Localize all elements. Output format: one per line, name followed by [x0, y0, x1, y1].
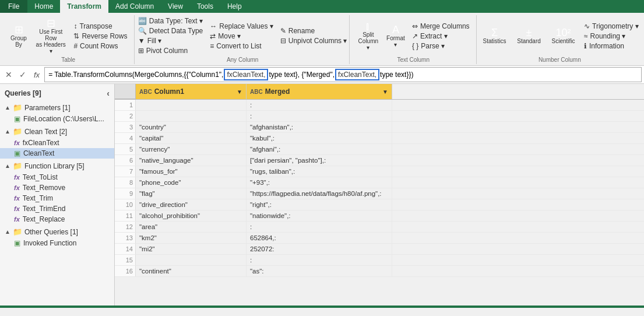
sidebar-item-invoked-function[interactable]: ▣ Invoked Function [0, 238, 114, 248]
extract-icon: ↗ [412, 32, 418, 40]
pivot-column-button[interactable]: ⊞ Pivot Column [136, 46, 206, 55]
count-rows-button[interactable]: # Count Rows [71, 41, 129, 51]
sidebar-item-text-tolist[interactable]: fx Text_ToList [0, 172, 114, 182]
col1-dropdown-icon[interactable]: ▼ [237, 89, 242, 95]
table-body: 1:2:3"country""afghanistan",:4"capital""… [115, 100, 644, 306]
ribbon-content: ⊞ GroupBy ⊟ Use First Rowas Headers ▾ ↕ … [0, 13, 644, 66]
use-first-row-icon: ⊟ [47, 18, 55, 29]
tab-add-column[interactable]: Add Column [108, 0, 161, 13]
information-label: Information [589, 42, 624, 50]
replace-label: Replace Values ▾ [219, 22, 273, 30]
column-header-column1[interactable]: ABC Column1 ▼ [136, 84, 247, 99]
rounding-icon: ≈ [584, 32, 588, 40]
table-cell-col2: "afghani",: [247, 144, 392, 155]
col2-dropdown-icon[interactable]: ▼ [382, 89, 388, 95]
formula-cancel-button[interactable]: ✕ [2, 68, 15, 81]
sidebar-group-other-queries-header[interactable]: ▲ 📁 Other Queries [1] [0, 226, 114, 238]
transpose-label: Transpose [79, 22, 112, 30]
reverse-rows-button[interactable]: ⇅ Reverse Rows [71, 31, 129, 41]
sidebar-item-text-remove-label: Text_Remove [23, 184, 65, 192]
sidebar-item-cleantext[interactable]: ▣ CleanText [0, 148, 114, 159]
table-cell-col1: "currency" [136, 144, 247, 155]
split-column-button[interactable]: ⫿ SplitColumn ▾ [355, 20, 382, 52]
statistics-label: Statistics [483, 38, 506, 44]
table-row[interactable]: 2: [115, 111, 644, 122]
col2-type-icon: ABC [250, 89, 263, 95]
table-header: ABC Column1 ▼ ABC Merged ▼ [115, 84, 644, 100]
formula-input[interactable]: = Table.TransformColumns(MergeColumns,{{… [44, 67, 642, 82]
merge-columns-button[interactable]: ⇔ Merge Columns [410, 22, 472, 31]
column-header-merged[interactable]: ABC Merged ▼ [247, 84, 392, 99]
parse-button[interactable]: { } Parse ▾ [410, 41, 472, 51]
trigonometry-button[interactable]: ∿ Trigonometry ▾ [582, 22, 641, 31]
extract-button[interactable]: ↗ Extract ▾ [410, 31, 472, 41]
row-number: 13 [115, 233, 136, 243]
group-by-button[interactable]: ⊞ GroupBy [7, 23, 30, 49]
table-row[interactable]: 16"continent""as": [115, 266, 644, 277]
table-row[interactable]: 5"currency""afghani",: [115, 144, 644, 155]
rounding-label: Rounding ▾ [590, 32, 626, 40]
sidebar-collapse-button[interactable]: ‹ [107, 89, 110, 98]
sidebar-item-filelocation[interactable]: ▣ FileLocation (C:\Users\L... [0, 114, 114, 124]
ribbon-group-any-column: 🔤 Data Type: Text ▾ 🔍 Detect Data Type ▼… [136, 15, 349, 64]
tab-tools[interactable]: Tools [190, 0, 220, 13]
fill-button[interactable]: ▼ Fill ▾ [136, 36, 206, 45]
extract-label: Extract ▾ [420, 32, 448, 40]
sidebar-item-text-remove[interactable]: fx Text_Remove [0, 182, 114, 193]
sidebar-item-fxcleantext[interactable]: fx fxCleanText [0, 138, 114, 148]
format-button[interactable]: A Format▾ [384, 23, 407, 49]
sidebar-group-parameters-header[interactable]: ▲ 📁 Parameters [1] [0, 101, 114, 114]
rename-button[interactable]: ✎ Rename [278, 26, 350, 36]
scientific-label: Scientific [552, 38, 575, 44]
sidebar-group-function-library-header[interactable]: ▲ 📁 Function Library [5] [0, 160, 114, 172]
table-row[interactable]: 10"drive_direction""right",: [115, 199, 644, 210]
standard-button[interactable]: ± Standard [513, 26, 545, 45]
table-cell-col2: "right",: [247, 199, 392, 210]
table-row[interactable]: 9"flag""https://flagpedia.net/data/flags… [115, 188, 644, 199]
rounding-button[interactable]: ≈ Rounding ▾ [582, 31, 641, 41]
use-first-row-button[interactable]: ⊟ Use First Rowas Headers ▾ [33, 17, 69, 55]
tab-view[interactable]: View [161, 0, 190, 13]
detect-data-type-button[interactable]: 🔍 Detect Data Type [136, 26, 206, 36]
transpose-button[interactable]: ↕ Transpose [71, 22, 129, 31]
sidebar-group-clean-text-header[interactable]: ▲ 📁 Clean Text [2] [0, 125, 114, 138]
arrow-down-icon-4: ▲ [5, 229, 10, 235]
sidebar-item-text-trimend[interactable]: fx Text_TrimEnd [0, 203, 114, 214]
sidebar-group-other-queries-label: Other Queries [1] [24, 228, 78, 236]
table-row[interactable]: 4"capital""kabul",: [115, 133, 644, 144]
sidebar-title: Queries [9] [5, 89, 41, 97]
information-button[interactable]: ℹ Information [582, 41, 641, 51]
convert-to-list-button[interactable]: ≡ Convert to List [207, 41, 276, 51]
scientific-button[interactable]: 10² Scientific [547, 26, 579, 45]
fx-icon-4: fx [14, 195, 20, 202]
table-row[interactable]: 15: [115, 255, 644, 266]
data-type-button[interactable]: 🔤 Data Type: Text ▾ [136, 16, 206, 26]
sidebar-item-text-replace[interactable]: fx Text_Replace [0, 214, 114, 224]
table-row[interactable]: 7"famous_for""rugs, taliban",: [115, 166, 644, 177]
tab-transform[interactable]: Transform [60, 0, 108, 13]
row-number: 15 [115, 255, 136, 265]
rename-label: Rename [288, 27, 315, 35]
tab-help[interactable]: Help [220, 0, 249, 13]
tab-home[interactable]: Home [27, 0, 60, 13]
table-row[interactable]: 1: [115, 100, 644, 111]
table-row[interactable]: 6"native_language"["dari persian", "pash… [115, 155, 644, 166]
table-row[interactable]: 8"phone_code""+93",: [115, 177, 644, 188]
table-row[interactable]: 3"country""afghanistan",: [115, 122, 644, 133]
table-row[interactable]: 13"km2"652864,: [115, 233, 644, 244]
table-row[interactable]: 12"area": [115, 222, 644, 233]
ribbon-group-number-column: Σ Statistics ± Standard 10² Scientific ∿… [478, 15, 642, 64]
sidebar-item-text-trim[interactable]: fx Text_Trim [0, 193, 114, 203]
unpivot-button[interactable]: ⊟ Unpivot Columns ▾ [278, 36, 350, 45]
count-rows-label: Count Rows [80, 42, 118, 50]
move-button[interactable]: ⇄ Move ▾ [207, 31, 276, 41]
tab-file[interactable]: File [0, 0, 27, 13]
replace-values-button[interactable]: ↔ Replace Values ▾ [207, 22, 276, 31]
table-icon: ▣ [14, 115, 20, 123]
formula-confirm-button[interactable]: ✓ [16, 68, 29, 81]
table-row[interactable]: 14"mi2"252072: [115, 244, 644, 255]
table-row[interactable]: 11"alcohol_prohibition""nationwide",: [115, 210, 644, 222]
replace-icon: ↔ [210, 22, 217, 30]
statistics-button[interactable]: Σ Statistics [478, 26, 511, 45]
formula-highlight-2: fxCleanText, [335, 69, 379, 80]
